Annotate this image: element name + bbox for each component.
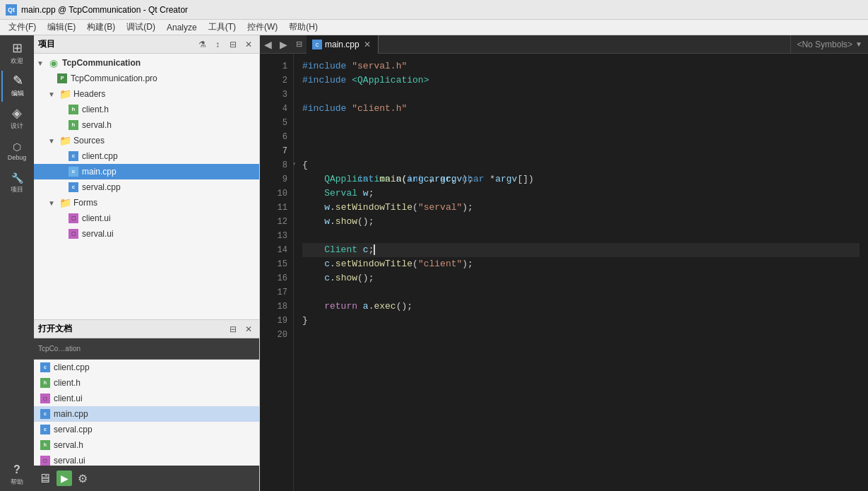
tab-close-btn[interactable]: ✕ <box>362 40 372 49</box>
menu-edit[interactable]: 编辑(E) <box>42 20 81 35</box>
tree-item-headers[interactable]: ▼ 📁 Headers <box>34 86 259 102</box>
doc-cpp-icon2: c <box>40 408 51 420</box>
pro-file-icon: P <box>57 73 68 84</box>
close-panel-btn[interactable]: ✕ <box>242 38 255 51</box>
sidebar-design[interactable]: ◈ 设计 <box>1 103 32 134</box>
menu-analyze[interactable]: Analyze <box>161 21 203 34</box>
doc-item-client-h[interactable]: h client.h <box>34 375 259 391</box>
tree-item-client-h[interactable]: h client.h <box>34 102 259 117</box>
tree-item-client-ui[interactable]: ◻ client.ui <box>34 211 259 226</box>
doc-item-serval-h[interactable]: h serval.h <box>34 437 259 453</box>
menu-bar: 文件(F) 编辑(E) 构建(B) 调试(D) Analyze 工具(T) 控件… <box>0 20 868 35</box>
tree-item-serval-h1[interactable]: h serval.h <box>34 117 259 133</box>
code-editor[interactable]: 1 2 3 4 5 6 7 8 9 10 11 12 13 14 15 16 1… <box>260 54 868 491</box>
app-icon: Qt <box>6 4 17 16</box>
sidebar-debug[interactable]: ⬡ Debug <box>1 136 32 167</box>
help-label: 帮助 <box>11 478 23 487</box>
tree-item-forms[interactable]: ▼ 📁 Forms <box>34 195 259 211</box>
main-layout: ⊞ 欢迎 ✎ 编辑 ◈ 设计 ⬡ Debug 🔧 项目 ? 帮助 项目 ⚗ <box>0 35 868 491</box>
sidebar-welcome[interactable]: ⊞ 欢迎 <box>1 38 32 69</box>
menu-build[interactable]: 构建(B) <box>81 20 121 35</box>
line-num-12: 12 <box>260 215 287 229</box>
doc-item-serval-ui[interactable]: ◻ serval.ui <box>34 453 259 466</box>
filter-btn[interactable]: ⚗ <box>196 38 208 51</box>
sync-btn[interactable]: ↕ <box>211 38 224 51</box>
line-num-14: 14 <box>260 243 287 257</box>
title-bar: Qt main.cpp @ TcpCommunication - Qt Crea… <box>0 0 868 20</box>
doc-label-serval-ui: serval.ui <box>54 456 85 466</box>
line-num-17: 17 <box>260 285 287 300</box>
code-line-16: c.show(); <box>302 271 860 285</box>
sidebar-edit[interactable]: ✎ 编辑 <box>1 71 32 102</box>
tree-label-client-ui: client.ui <box>82 213 111 223</box>
tree-item-serval-ui[interactable]: ◻ serval.ui <box>34 226 259 242</box>
doc-item-serval-cpp[interactable]: c serval.cpp <box>34 422 259 437</box>
tree-item-main-cpp[interactable]: c main.cpp <box>34 164 259 179</box>
monitor-icon[interactable]: 🖥 <box>38 471 51 486</box>
nav-split-btn[interactable]: ⊟ <box>291 37 307 52</box>
open-docs-title: 打开文档 <box>38 323 224 335</box>
line-num-3: 3 <box>260 88 287 102</box>
nav-back-btn[interactable]: ◀ <box>260 37 275 52</box>
doc-cpp-icon1: c <box>40 362 51 373</box>
tab-cpp-icon: c <box>312 40 322 49</box>
menu-file[interactable]: 文件(F) <box>3 20 42 35</box>
doc-h-icon2: h <box>40 439 51 451</box>
tcp-label: TcpCo…ation <box>38 345 81 353</box>
line-num-4: 4 <box>260 102 287 116</box>
project-label: 项目 <box>11 185 23 194</box>
line-num-18: 18 <box>260 300 287 314</box>
menu-controls[interactable]: 控件(W) <box>242 20 283 35</box>
tree-item-pro[interactable]: P TcpCommunication.pro <box>34 71 259 86</box>
open-docs-split[interactable]: ⊟ <box>227 323 239 336</box>
tree-item-sources[interactable]: ▼ 📁 Sources <box>34 133 259 148</box>
tree-item-serval-cpp[interactable]: c serval.cpp <box>34 179 259 195</box>
tab-main-cpp[interactable]: c main.cpp ✕ <box>307 35 379 54</box>
code-line-12: w.show(); <box>302 215 860 229</box>
tree-item-tcp[interactable]: ▼ ◉ TcpCommunication <box>34 55 259 71</box>
code-line-20 <box>302 328 860 342</box>
play-button[interactable]: ▶ <box>57 471 72 486</box>
line-num-11: 11 <box>260 201 287 215</box>
code-line-3 <box>302 88 860 102</box>
file-tree[interactable]: ▼ ◉ TcpCommunication P TcpCommunication.… <box>34 54 259 319</box>
tcp-sidebar-label: TcpCo…ation <box>34 338 259 360</box>
tree-label-pro: TcpCommunication.pro <box>71 73 157 83</box>
symbols-dropdown[interactable]: <No Symbols> ▼ <box>790 35 868 54</box>
doc-item-client-ui[interactable]: ◻ client.ui <box>34 391 259 406</box>
doc-label-serval-h: serval.h <box>54 440 83 450</box>
tree-label-serval-cpp: serval.cpp <box>82 182 121 192</box>
code-line-10: Serval w; <box>302 187 860 201</box>
menu-help[interactable]: 帮助(H) <box>283 20 323 35</box>
split-btn[interactable]: ⊟ <box>227 38 239 51</box>
window-title: main.cpp @ TcpCommunication - Qt Creator <box>21 5 188 15</box>
bottom-run-bar: 🖥 ▶ ⚙ <box>34 466 259 491</box>
code-line-11: w.setWindowTitle("serval"); <box>302 201 860 215</box>
project-panel-title: 项目 <box>38 38 193 50</box>
code-line-6 <box>302 130 860 144</box>
doc-item-client-cpp[interactable]: c client.cpp <box>34 360 259 375</box>
code-line-19: } <box>302 314 860 328</box>
tree-label-serval-ui: serval.ui <box>82 229 114 239</box>
design-icon: ◈ <box>12 107 22 119</box>
build-icon[interactable]: ⚙ <box>78 472 88 485</box>
sidebar-project[interactable]: 🔧 项目 <box>1 168 32 199</box>
doc-item-main-cpp[interactable]: c main.cpp <box>34 406 259 422</box>
open-docs-list: TcpCo…ation c client.cpp h client.h ◻ cl… <box>34 338 259 466</box>
tree-item-client-cpp[interactable]: c client.cpp <box>34 148 259 164</box>
code-line-2: #include <QApplication> <box>302 73 860 88</box>
design-label: 设计 <box>11 122 23 131</box>
welcome-icon: ⊞ <box>12 42 23 54</box>
client-cpp-icon: c <box>68 150 79 162</box>
sidebar-help[interactable]: ? 帮助 <box>1 460 32 491</box>
code-content[interactable]: #include "serval.h" #include <QApplicati… <box>294 54 868 491</box>
code-line-5 <box>302 116 860 130</box>
open-docs: 打开文档 ⊟ ✕ TcpCo…ation c client.cpp h clie… <box>34 319 259 466</box>
menu-debug[interactable]: 调试(D) <box>121 20 161 35</box>
fold-arrow-7[interactable]: ▼ <box>294 158 295 172</box>
nav-forward-btn[interactable]: ▶ <box>275 37 291 52</box>
code-line-15: c.setWindowTitle("client"); <box>302 257 860 271</box>
tree-label-main-cpp: main.cpp <box>82 167 117 177</box>
menu-tools[interactable]: 工具(T) <box>203 20 242 35</box>
open-docs-close[interactable]: ✕ <box>242 323 255 336</box>
